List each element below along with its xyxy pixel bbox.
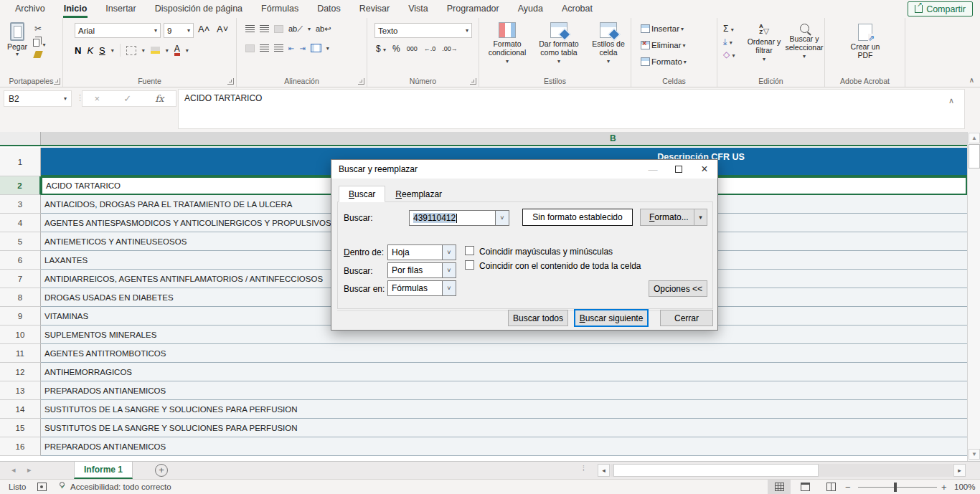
copy-icon[interactable]: ▾ xyxy=(33,37,45,49)
cell[interactable]: SUSTITUTOS DE LA SANGRE Y SOLUCIONES PAR… xyxy=(41,419,967,437)
align-left-icon[interactable] xyxy=(245,44,255,52)
scroll-down-icon[interactable]: ▼ xyxy=(969,449,980,460)
dialog-maximize-icon[interactable] xyxy=(666,160,692,179)
tab-archivo[interactable]: Archivo xyxy=(6,0,55,18)
paste-button[interactable]: Pegar ▾ xyxy=(7,22,27,57)
options-button[interactable]: Opciones << xyxy=(649,280,707,297)
row-number[interactable]: 1 xyxy=(0,148,41,176)
row-number[interactable]: 12 xyxy=(0,363,41,381)
increase-decimal-icon[interactable]: ←.0 xyxy=(424,45,436,52)
tab-revisar[interactable]: Revisar xyxy=(350,0,399,18)
find-what-combo[interactable]: 439110412 ˅ xyxy=(409,210,509,226)
zoom-slider[interactable] xyxy=(858,487,937,488)
delete-cells-button[interactable]: Eliminar ▾ xyxy=(639,40,688,50)
horizontal-scroll-thumb[interactable] xyxy=(613,464,819,477)
tab-datos[interactable]: Datos xyxy=(308,0,350,18)
fuente-dialog-launcher-icon[interactable] xyxy=(227,78,234,85)
view-normal-button[interactable] xyxy=(768,480,791,494)
row-number[interactable]: 8 xyxy=(0,288,41,307)
enter-icon[interactable]: ✓ xyxy=(123,93,131,104)
cell[interactable]: AGENTES ANTITROMBOTICOS xyxy=(41,344,967,363)
conditional-formatting-button[interactable]: Formato condicional ▾ xyxy=(484,22,531,65)
match-entire-cell-checkbox[interactable] xyxy=(465,260,474,270)
italic-button[interactable]: K xyxy=(87,45,93,56)
match-case-checkbox[interactable] xyxy=(465,246,474,255)
add-sheet-icon[interactable]: + xyxy=(155,464,168,477)
tab-insertar[interactable]: Insertar xyxy=(96,0,145,18)
zoom-in-icon[interactable]: + xyxy=(941,482,947,493)
insert-cells-button[interactable]: Insertar ▾ xyxy=(639,24,686,34)
fill-button[interactable]: ⤓ ▾ xyxy=(723,37,735,47)
sheet-prev-icon[interactable]: ◂ xyxy=(11,465,16,475)
find-all-button[interactable]: Buscar todos xyxy=(508,310,568,326)
row-number[interactable]: 14 xyxy=(0,400,41,419)
shrink-font-button[interactable]: A˅ xyxy=(217,24,228,34)
decrease-indent-icon[interactable]: ⇤ xyxy=(288,44,294,52)
orientation-icon[interactable]: ab⟋ xyxy=(288,24,303,34)
alineacion-dialog-launcher-icon[interactable] xyxy=(358,78,364,85)
wrap-text-icon[interactable]: ab↩ xyxy=(316,24,331,34)
find-next-button[interactable]: Buscar siguiente xyxy=(574,309,649,327)
view-page-break-button[interactable] xyxy=(819,480,842,494)
scroll-right-icon[interactable]: ▸ xyxy=(953,464,966,477)
row-number[interactable]: 16 xyxy=(0,437,41,456)
formula-input[interactable]: ACIDO TARTARICO ∧ xyxy=(178,89,965,129)
tab-programador[interactable]: Programador xyxy=(438,0,509,18)
macro-record-icon[interactable] xyxy=(37,483,47,491)
row-number[interactable]: 4 xyxy=(0,214,41,232)
format-as-table-button[interactable]: Dar formato como tabla ▾ xyxy=(535,22,583,65)
row-number[interactable]: 2 xyxy=(0,176,41,195)
tab-formulas[interactable]: Fórmulas xyxy=(252,0,308,18)
format-cells-button[interactable]: Formato ▾ xyxy=(639,57,689,67)
dialog-tab-reemplazar[interactable]: Reemplazar xyxy=(385,186,452,202)
sheet-tab-informe1[interactable]: Informe 1 xyxy=(74,462,133,479)
sheet-next-icon[interactable]: ▸ xyxy=(27,465,32,475)
search-order-chevron-icon[interactable]: ˅ xyxy=(442,263,456,277)
row-number[interactable]: 6 xyxy=(0,251,41,270)
cell[interactable]: PREPARADOS ANTIANEMICOS xyxy=(41,437,967,456)
search-order-combo[interactable]: Por filas ˅ xyxy=(387,262,456,278)
column-header-b[interactable]: B xyxy=(610,133,616,143)
autosum-button[interactable]: Σ ▾ xyxy=(723,24,735,34)
cancel-icon[interactable]: × xyxy=(95,93,100,104)
scroll-left-icon[interactable]: ◂ xyxy=(598,464,610,477)
cell-styles-button[interactable]: Estilos de celda ▾ xyxy=(587,22,630,65)
align-top-icon[interactable] xyxy=(245,25,255,33)
font-color-icon[interactable]: A xyxy=(174,44,180,56)
bold-button[interactable]: N xyxy=(75,45,81,56)
tab-acrobat[interactable]: Acrobat xyxy=(552,0,602,18)
cell[interactable]: SUSTITUTOS DE LA SANGRE Y SOLUCIONES PAR… xyxy=(41,400,967,419)
number-format-combo[interactable]: Texto▾ xyxy=(374,23,472,38)
look-in-chevron-icon[interactable]: ˅ xyxy=(442,281,456,295)
increase-indent-icon[interactable]: ⇥ xyxy=(299,44,305,52)
row-number[interactable]: 13 xyxy=(0,381,41,400)
find-select-button[interactable]: Buscar y seleccionar ▾ xyxy=(785,24,824,60)
insert-function-icon[interactable]: fx xyxy=(155,93,164,104)
format-chevron-icon[interactable]: ▾ xyxy=(694,209,707,225)
align-center-icon[interactable] xyxy=(260,44,269,52)
numero-dialog-launcher-icon[interactable] xyxy=(470,78,476,85)
merge-center-icon[interactable] xyxy=(311,44,321,52)
align-right-icon[interactable] xyxy=(274,44,283,52)
vertical-scroll-thumb[interactable] xyxy=(969,144,980,168)
row-number[interactable]: 15 xyxy=(0,419,41,437)
align-bottom-icon[interactable] xyxy=(274,25,283,33)
borders-icon[interactable] xyxy=(126,46,136,55)
align-middle-icon[interactable] xyxy=(260,25,269,33)
format-painter-icon[interactable] xyxy=(33,51,43,58)
create-pdf-button[interactable]: Crear un PDF xyxy=(847,24,884,60)
row-number[interactable]: 3 xyxy=(0,195,41,214)
row-number[interactable]: 10 xyxy=(0,326,41,344)
thousands-button[interactable]: 000 xyxy=(407,45,418,52)
row-number[interactable]: 9 xyxy=(0,307,41,326)
zoom-slider-thumb[interactable] xyxy=(894,483,897,492)
grow-font-button[interactable]: A˄ xyxy=(198,24,209,34)
currency-button[interactable]: $ ▾ xyxy=(376,44,386,54)
clear-button[interactable]: ◇ ▾ xyxy=(723,49,735,60)
sort-filter-button[interactable]: AZ▽ Ordenar y filtrar ▾ xyxy=(745,24,783,62)
underline-button[interactable]: S xyxy=(99,45,105,56)
row-number[interactable]: 7 xyxy=(0,270,41,288)
close-button[interactable]: Cerrar xyxy=(660,310,713,326)
dialog-close-icon[interactable]: × xyxy=(692,160,717,179)
tab-disposicion[interactable]: Disposición de página xyxy=(146,0,252,18)
